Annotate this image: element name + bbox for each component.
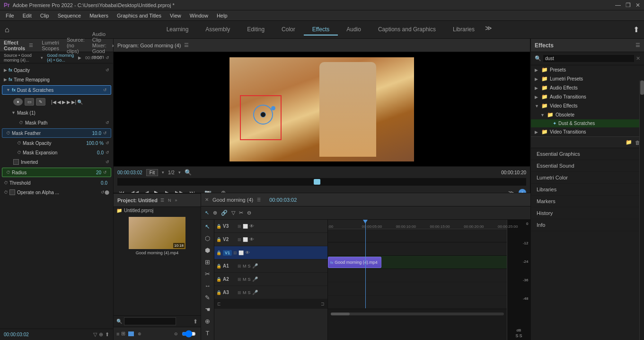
clip-size-slider[interactable] [182, 332, 196, 336]
mask-expansion-value[interactable]: 0.0 [97, 150, 104, 155]
a3-mute[interactable]: M [243, 290, 247, 295]
tool-selection[interactable]: ↖ [203, 222, 212, 232]
effect-controls-tab[interactable]: Effect Controls [4, 40, 25, 51]
tool-rate-stretch[interactable]: ⊞ [203, 257, 212, 267]
a1-lock[interactable]: 🔒 [216, 264, 221, 268]
v2-lock[interactable]: 🔒 [216, 237, 221, 242]
monitor-ratio-arrow[interactable]: ▾ [178, 170, 181, 175]
mask-search[interactable]: 🔍 [77, 99, 83, 105]
monitor-menu-icon[interactable]: ☰ [184, 42, 189, 48]
dust-scratches-row[interactable]: ▼ fx Dust & Scratches ↺ [2, 85, 111, 95]
mask-forward-frame[interactable]: ▶ [67, 99, 71, 105]
time-remapping-twist[interactable]: ▶ [4, 77, 7, 82]
v2-eye[interactable]: 👁 [249, 237, 254, 242]
v3-mute[interactable]: ⬜ [243, 224, 248, 229]
mask-next-keyframe[interactable]: ▶| [71, 99, 77, 105]
v2-mute[interactable]: ⬜ [243, 237, 248, 242]
panel-history[interactable]: History [531, 207, 644, 219]
mask-feather-value[interactable]: 10.0 [92, 131, 101, 136]
add-keyframe-icon[interactable]: ⊕ [99, 331, 103, 338]
monitor-zoom-icon[interactable]: 🔍 [185, 169, 192, 176]
timeline-snap[interactable]: ⊕ [212, 209, 218, 217]
tab-editing[interactable]: Editing [238, 24, 273, 36]
source-dropdown[interactable]: ▾ [41, 55, 43, 60]
mask-expansion-reset[interactable]: ↺ [106, 150, 109, 155]
tree-video-transitions[interactable]: ▶ 📁 Video Transitions [531, 127, 644, 136]
v1-lock[interactable]: 🔒 [216, 251, 221, 255]
threshold-row[interactable]: ⏱ Threshold 0.0 [0, 178, 113, 188]
close-btn[interactable]: ✕ [635, 2, 640, 9]
export-icon[interactable]: ⬆ [633, 25, 639, 34]
video-clip-v1[interactable]: fx Good morning (4).mp4 [328, 257, 381, 268]
tool-zoom[interactable]: ⊕ [203, 316, 212, 326]
project-more[interactable]: » [175, 198, 177, 203]
opacity-reset[interactable]: ↺ [106, 68, 109, 72]
tree-lumetri-presets[interactable]: ▶ 📁 Lumetri Presets [531, 74, 644, 83]
panel-essential-sound[interactable]: Essential Sound [531, 160, 644, 172]
radius-reset[interactable]: ↺ [103, 170, 107, 175]
icon-view-btn[interactable]: ⊞ [121, 331, 125, 337]
dust-twist[interactable]: ▼ [6, 88, 10, 92]
mask-feather-row[interactable]: ⏱ Mask Feather 10.0 ↺ [2, 128, 111, 138]
mask-play[interactable]: ▶ [62, 99, 66, 105]
v2-sync[interactable]: ⊞ [238, 237, 241, 242]
monitor-fit-dropdown[interactable]: Fit [146, 169, 158, 176]
a1-solo[interactable]: S [248, 264, 251, 268]
menu-clip[interactable]: Clip [36, 12, 53, 19]
sort-btn[interactable]: ⊕ [138, 331, 141, 336]
timeline-razor[interactable]: ✂ [238, 209, 244, 217]
tab-assembly[interactable]: Assembly [197, 24, 238, 36]
list-view-btn[interactable]: ≡ [116, 331, 119, 337]
a1-mute[interactable]: M [243, 264, 247, 268]
maximize-btn[interactable]: ❐ [626, 2, 631, 9]
mask-opacity-row[interactable]: ⏱ Mask Opacity 100.0 % ↺ [13, 138, 113, 148]
operate-alpha-reset[interactable]: ↺ [101, 190, 105, 195]
tool-hand[interactable]: ☚ [203, 304, 212, 314]
a2-mute[interactable]: M [243, 277, 247, 282]
radius-value[interactable]: 20 [96, 170, 101, 175]
tool-track-select[interactable]: ⬡ [203, 233, 212, 243]
tree-video-effects[interactable]: ▼ 📁 Video Effects [531, 101, 644, 110]
mask-back-frame[interactable]: ◀ [57, 99, 61, 105]
a3-solo[interactable]: S [248, 290, 251, 295]
tool-pen[interactable]: ✎ [203, 293, 212, 303]
tree-audio-effects[interactable]: ▶ 📁 Audio Effects [531, 83, 644, 92]
auto-match-btn[interactable]: ⊖ [174, 331, 178, 336]
mask-path-reset[interactable]: ↺ [106, 120, 109, 125]
lumetri-scopes-tab[interactable]: Lumetri Scopes [42, 40, 59, 51]
panel-info[interactable]: Info [531, 219, 644, 231]
effects-search-input[interactable] [543, 55, 634, 62]
v1-mute[interactable]: ⬜ [238, 251, 244, 255]
mask-expansion-row[interactable]: ⏱ Mask Expansion 0.0 ↺ [13, 148, 113, 157]
menu-edit[interactable]: Edit [19, 12, 35, 19]
a2-track-content[interactable] [328, 282, 507, 295]
menu-view[interactable]: View [166, 12, 185, 19]
a1-sync[interactable]: ⊞ [238, 264, 241, 268]
more-tabs-icon[interactable]: ≫ [485, 24, 492, 36]
panel-markers[interactable]: Markers [531, 196, 644, 207]
menu-window[interactable]: Window [186, 12, 212, 19]
operate-alpha-checkbox[interactable] [9, 189, 15, 195]
timeline-more[interactable]: ⊖ [246, 209, 252, 217]
menu-sequence[interactable]: Sequence [54, 12, 85, 19]
tab-learning[interactable]: Learning [158, 24, 197, 36]
timeline-linked-sel[interactable]: 🔗 [220, 209, 229, 217]
menu-graphics[interactable]: Graphics and Titles [113, 12, 165, 19]
vu-s1-btn[interactable]: S [515, 333, 518, 338]
opacity-twist[interactable]: ▶ [4, 68, 7, 72]
v3-eye[interactable]: 👁 [249, 224, 254, 229]
monitor-progress-bar[interactable] [117, 178, 526, 186]
v3-sync[interactable]: ⊞ [238, 224, 241, 229]
inverted-checkbox[interactable] [13, 159, 19, 165]
timeline-add-marker[interactable]: ▽ [230, 209, 236, 217]
mask-row[interactable]: ▼ Mask (1) [8, 108, 113, 117]
freeform-view-btn[interactable] [128, 331, 134, 336]
vu-s2-btn[interactable]: S [520, 333, 522, 338]
tree-presets[interactable]: ▶ 📁 Presets [531, 65, 644, 74]
panel-libraries[interactable]: Libraries [531, 184, 644, 196]
project-header-menu[interactable]: ☰ [160, 198, 164, 203]
home-icon[interactable]: ⌂ [5, 26, 9, 34]
menu-help[interactable]: Help [213, 12, 231, 19]
a3-lock[interactable]: 🔒 [216, 290, 221, 295]
a3-track-content[interactable] [328, 295, 507, 309]
